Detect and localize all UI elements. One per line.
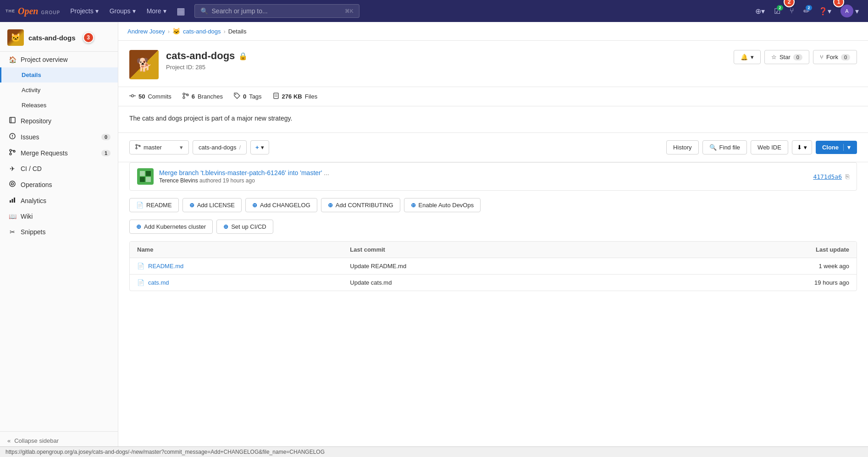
create-new-button[interactable]: ⊕ ▾ xyxy=(752,4,768,18)
web-ide-label: Web IDE xyxy=(757,144,781,151)
path-sep: / xyxy=(239,144,241,151)
plus-icon: ⊕ xyxy=(328,202,333,209)
clone-button[interactable]: Clone ▾ xyxy=(816,141,857,154)
col-last-commit: Last commit xyxy=(350,246,776,253)
breadcrumb-user-link[interactable]: Andrew Josey xyxy=(127,28,165,35)
svg-point-25 xyxy=(136,144,137,146)
project-icon-small: 🐱 xyxy=(172,28,180,35)
add-kubernetes-button[interactable]: ⊕ Add Kubernetes cluster xyxy=(129,220,213,234)
fork-button[interactable]: ⑂ Fork 0 xyxy=(813,50,857,64)
file-icon: 📄 xyxy=(137,279,144,286)
tags-stat[interactable]: 0 Tags xyxy=(234,93,262,100)
commit-message-text: Merge branch 't.blevins-master-patch-612… xyxy=(159,169,322,176)
todo-button[interactable]: ☑ 2 xyxy=(770,4,784,18)
setup-cicd-button[interactable]: ⊕ Set up CI/CD xyxy=(216,220,273,234)
download-button[interactable]: ⬇ ▾ xyxy=(792,140,812,154)
add-contributing-button[interactable]: ⊕ Add CONTRIBUTING xyxy=(321,198,400,212)
sidebar-item-repository[interactable]: Repository xyxy=(0,113,118,129)
home-icon: 🏠 xyxy=(9,56,16,63)
clone-label: Clone xyxy=(822,144,839,151)
sidebar-item-operations[interactable]: Operations xyxy=(0,176,118,193)
breadcrumb-project-link[interactable]: cats-and-dogs xyxy=(183,28,221,35)
files-stat[interactable]: 276 KB Files xyxy=(273,93,318,100)
readme-button[interactable]: 📄 README xyxy=(129,198,179,212)
sidebar-item-merge-requests[interactable]: Merge Requests 1 xyxy=(0,145,118,161)
copy-hash-button[interactable]: ⎘ xyxy=(846,173,849,180)
sidebar-item-label: Issues xyxy=(21,133,39,141)
file-icon: 📄 xyxy=(137,263,144,270)
sidebar-project-name[interactable]: cats-and-dogs xyxy=(28,34,76,42)
stats-icon-button[interactable]: ▦ xyxy=(173,3,189,19)
svg-rect-32 xyxy=(140,177,145,182)
svg-point-17 xyxy=(183,93,185,95)
svg-point-6 xyxy=(10,153,11,155)
sidebar-item-label: Details xyxy=(22,72,41,78)
copy-icon: ⎘ xyxy=(846,173,849,180)
file-name-readme[interactable]: 📄 README.md xyxy=(137,263,350,270)
add-changelog-button[interactable]: ⊕ Add CHANGELOG xyxy=(245,198,317,212)
issues-button[interactable]: ✏ 2 xyxy=(800,4,813,18)
project-actions: 🔔 ▾ ☆ Star 0 ⑂ Fork 0 xyxy=(734,50,857,64)
notifications-button[interactable]: 🔔 ▾ xyxy=(734,50,761,64)
file-last-update: 19 hours ago xyxy=(776,279,849,286)
sidebar: 🐱 cats-and-dogs 3 🏠 Project overview Det… xyxy=(0,22,118,457)
svg-rect-33 xyxy=(146,177,151,182)
logo-open-text: Open xyxy=(18,6,38,17)
file-table-header: Name Last commit Last update xyxy=(130,242,857,258)
table-row: 📄 cats.md Update cats.md 19 hours ago xyxy=(130,275,857,291)
star-icon: ☆ xyxy=(771,54,777,61)
projects-label: Projects xyxy=(70,7,94,15)
setup-cicd-label: Set up CI/CD xyxy=(231,223,266,230)
description-text: The cats and dogs project is part of a m… xyxy=(129,115,292,122)
sidebar-item-analytics[interactable]: Analytics xyxy=(0,193,118,209)
project-logo-image: 🐕 xyxy=(129,50,159,79)
sidebar-item-issues[interactable]: Issues 0 xyxy=(0,129,118,145)
logo[interactable]: THE Open GROUP xyxy=(6,6,60,17)
repo-toolbar: master ▾ cats-and-dogs / + ▾ History 🔍 F… xyxy=(118,133,868,162)
sidebar-nav: 🏠 Project overview Details Activity Rele… xyxy=(0,52,118,431)
branch-chevron-icon: ▾ xyxy=(180,144,183,151)
sidebar-item-snippets[interactable]: ✂ Snippets xyxy=(0,224,118,240)
files-label: Files xyxy=(305,93,317,100)
commit-message-link[interactable]: Merge branch 't.blevins-master-patch-612… xyxy=(159,169,324,176)
groups-menu-button[interactable]: Groups ▾ xyxy=(105,5,140,17)
history-button[interactable]: History xyxy=(666,140,698,154)
branches-stat[interactable]: 6 Branches xyxy=(182,93,223,100)
sidebar-item-cicd[interactable]: ✈ CI / CD xyxy=(0,161,118,176)
sidebar-item-details[interactable]: Details xyxy=(0,67,118,83)
find-file-button[interactable]: 🔍 Find file xyxy=(702,140,747,154)
issues-badge: 2 xyxy=(806,5,812,11)
add-license-button[interactable]: ⊕ Add LICENSE xyxy=(182,198,242,212)
path-add-button[interactable]: + ▾ xyxy=(250,140,269,154)
search-input[interactable] xyxy=(212,7,342,15)
merge-request-sidebar-icon xyxy=(9,149,16,157)
help-button[interactable]: ❓ ▾ xyxy=(815,4,835,18)
file-name-cats[interactable]: 📄 cats.md xyxy=(137,279,350,286)
breadcrumb: Andrew Josey › 🐱 cats-and-dogs › Details xyxy=(118,22,868,41)
sidebar-item-releases[interactable]: Releases xyxy=(0,98,118,113)
enable-auto-devops-button[interactable]: ⊕ Enable Auto DevOps xyxy=(404,198,481,212)
projects-menu-button[interactable]: Projects ▾ xyxy=(66,5,103,17)
branch-selector[interactable]: master ▾ xyxy=(129,140,189,154)
enable-auto-devops-label: Enable Auto DevOps xyxy=(419,202,474,209)
sidebar-item-wiki[interactable]: 📖 Wiki xyxy=(0,209,118,224)
sidebar-item-label: Repository xyxy=(21,117,51,125)
commit-authored: authored xyxy=(199,177,221,184)
more-menu-button[interactable]: More ▾ xyxy=(142,5,171,17)
table-row: 📄 README.md Update README.md 1 week ago xyxy=(130,258,857,275)
commits-stat[interactable]: 50 Commits xyxy=(129,93,171,100)
plus-icon: ⊕ xyxy=(411,202,416,209)
plus-icon: + xyxy=(255,144,259,151)
svg-point-9 xyxy=(10,181,15,187)
commit-time: 19 hours ago xyxy=(223,177,255,184)
web-ide-button[interactable]: Web IDE xyxy=(751,140,788,154)
star-button[interactable]: ☆ Star 0 xyxy=(764,50,809,64)
commit-row: Merge branch 't.blevins-master-patch-612… xyxy=(129,162,857,191)
sidebar-item-label: Operations xyxy=(21,181,52,188)
commit-message: Merge branch 't.blevins-master-patch-612… xyxy=(159,169,807,176)
sidebar-item-activity[interactable]: Activity xyxy=(0,83,118,98)
svg-point-5 xyxy=(10,149,11,151)
sidebar-item-project-overview[interactable]: 🏠 Project overview xyxy=(0,52,118,67)
commit-hash-link[interactable]: 4171d5a6 xyxy=(813,173,842,180)
commit-info: Merge branch 't.blevins-master-patch-612… xyxy=(159,169,807,184)
